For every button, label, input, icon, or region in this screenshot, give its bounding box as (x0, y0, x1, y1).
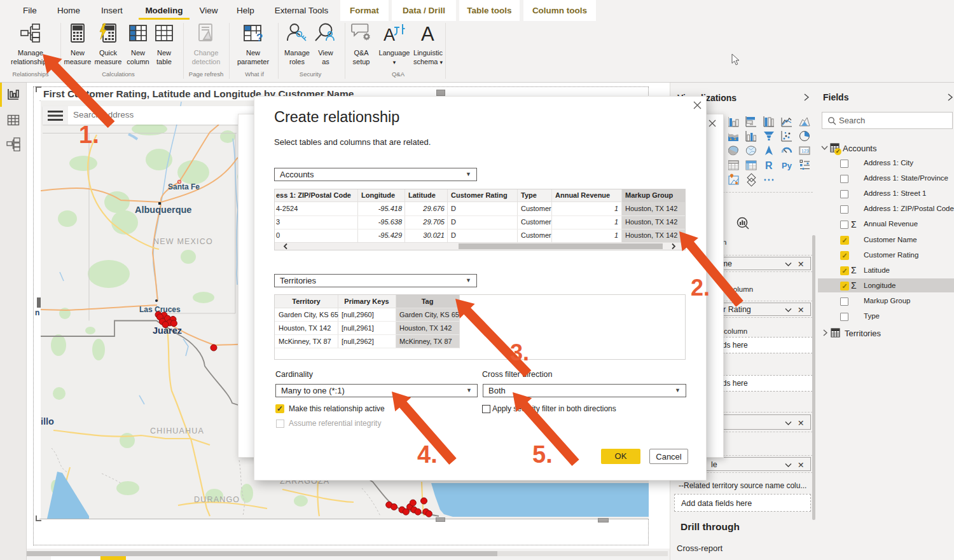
svg-text:Albuquerque: Albuquerque (135, 205, 191, 215)
svg-text:123: 123 (801, 149, 809, 153)
svg-text:NEW MEXICO: NEW MEXICO (153, 237, 213, 246)
svg-text:illo: illo (41, 416, 54, 427)
svg-text:A: A (421, 23, 434, 44)
svg-text:A: A (384, 25, 395, 44)
svg-text:R: R (765, 160, 773, 171)
svg-text:CHIHUAHUA: CHIHUAHUA (150, 427, 204, 435)
svg-text:?: ? (256, 32, 263, 44)
svg-text:Py: Py (782, 161, 792, 170)
svg-text:Santa Fe: Santa Fe (168, 182, 200, 191)
svg-text:DURANGO: DURANGO (194, 495, 240, 504)
